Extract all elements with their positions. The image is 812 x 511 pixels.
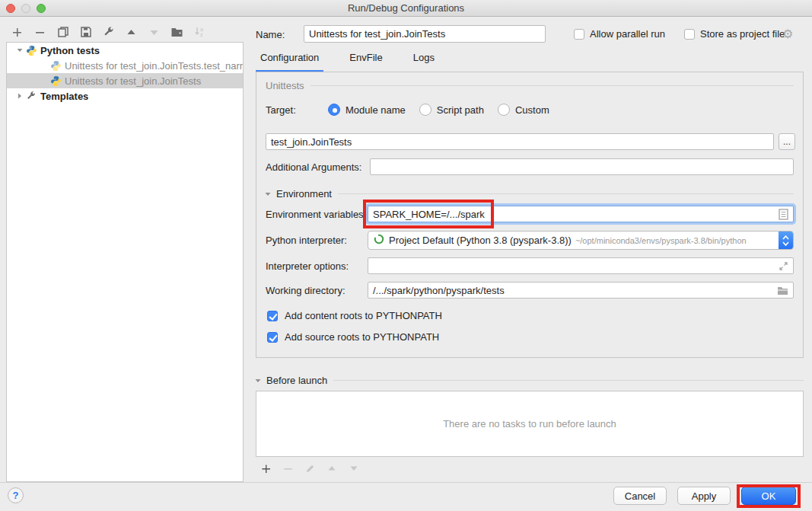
tree-item-python-tests[interactable]: Python tests (7, 43, 243, 58)
config-tabs: Configuration EnvFile Logs (256, 47, 439, 72)
python-tests-icon (25, 44, 37, 56)
allow-parallel-run-label: Allow parallel run (590, 28, 665, 40)
select-stepper-icon[interactable] (779, 231, 793, 250)
name-label: Name: (256, 29, 285, 40)
radio-module-name[interactable]: Module name (328, 104, 406, 116)
working-directory-label: Working directory: (266, 285, 345, 296)
chevron-right-icon[interactable] (14, 92, 25, 100)
browse-module-button[interactable]: ... (779, 133, 795, 150)
working-directory-input[interactable]: /.../spark/python/pyspark/tests (368, 282, 794, 299)
target-row: Target: Module name Script path Custom (266, 104, 563, 116)
gear-icon[interactable]: ⚙ (782, 27, 793, 41)
add-task-icon[interactable] (260, 463, 271, 474)
section-divider (338, 193, 794, 194)
env-vars-editor-icon[interactable] (779, 209, 788, 220)
chevron-down-icon[interactable] (14, 46, 25, 54)
unittests-section-header: Unittests (266, 80, 794, 91)
before-launch-title: Before launch (266, 375, 327, 386)
add-content-roots-label: Add content roots to PYTHONPATH (285, 310, 442, 321)
move-down-icon (148, 26, 161, 39)
tree-item-label: Unittests for test_join.JoinTests.test_n… (65, 60, 243, 72)
sort-configurations-icon: az (193, 26, 206, 39)
python-config-icon (49, 75, 62, 87)
edit-task-icon (304, 463, 315, 474)
section-divider (310, 85, 794, 86)
radio-custom-label: Custom (515, 104, 549, 116)
before-launch-empty-message: There are no tasks to run before launch (443, 418, 616, 430)
cancel-button[interactable]: Cancel (613, 487, 667, 505)
module-name-value: test_join.JoinTests (271, 136, 352, 148)
target-label: Target: (266, 104, 328, 116)
folder-icon[interactable] (777, 286, 788, 295)
save-configuration-icon[interactable] (79, 26, 92, 39)
store-as-project-file-checkbox[interactable]: Store as project file (684, 28, 785, 40)
store-as-project-file-label: Store as project file (700, 28, 785, 40)
checkbox-checked-icon[interactable] (267, 332, 278, 343)
environment-section-title: Environment (276, 188, 332, 200)
chevron-down-icon[interactable] (254, 377, 262, 385)
radio-unselected-icon[interactable] (498, 104, 510, 116)
before-launch-task-list: There are no tasks to run before launch (256, 391, 804, 457)
interpreter-options-input[interactable] (368, 257, 794, 274)
expand-field-icon[interactable] (779, 261, 788, 271)
radio-custom[interactable]: Custom (498, 104, 549, 116)
module-name-input[interactable]: test_join.JoinTests (266, 133, 774, 150)
templates-wrench-icon (25, 90, 37, 102)
name-input[interactable]: Unittests for test_join.JoinTests (304, 25, 546, 43)
additional-arguments-label: Additional Arguments: (266, 161, 361, 173)
configurations-toolbar: az (11, 24, 206, 40)
environment-variables-value: SPARK_HOME=/.../spark (373, 209, 485, 220)
radio-unselected-icon[interactable] (419, 104, 431, 116)
help-button[interactable]: ? (8, 487, 24, 503)
move-up-icon[interactable] (125, 26, 138, 39)
environment-variables-input[interactable]: SPARK_HOME=/.../spark (368, 206, 794, 222)
checkbox-unchecked-icon[interactable] (684, 29, 695, 40)
tab-logs[interactable]: Logs (409, 47, 439, 72)
name-value: Unittests for test_join.JoinTests (309, 28, 445, 40)
footer-divider (0, 482, 812, 483)
run-debug-configurations-dialog: Run/Debug Configurations az (0, 0, 812, 511)
conda-env-icon (374, 234, 384, 247)
radio-module-name-label: Module name (345, 104, 406, 116)
configuration-panel: Unittests Target: Module name Script pat… (256, 72, 804, 358)
tree-item-templates[interactable]: Templates (7, 88, 243, 104)
add-configuration-icon[interactable] (11, 26, 24, 39)
tab-configuration[interactable]: Configuration (256, 47, 323, 72)
environment-variables-label: Environment variables: (266, 209, 366, 220)
svg-text:z: z (200, 32, 203, 37)
tab-envfile[interactable]: EnvFile (345, 47, 387, 72)
environment-section-header[interactable]: Environment (264, 188, 794, 200)
new-folder-icon[interactable] (170, 26, 183, 39)
ok-button[interactable]: OK (741, 487, 796, 505)
apply-button[interactable]: Apply (677, 487, 731, 505)
copy-configuration-icon[interactable] (56, 26, 69, 39)
allow-parallel-run-checkbox[interactable]: Allow parallel run (574, 28, 665, 40)
radio-selected-icon[interactable] (328, 104, 340, 116)
before-launch-section-header[interactable]: Before launch (254, 375, 804, 386)
checkbox-checked-icon[interactable] (267, 311, 278, 321)
interpreter-name: Project Default (Python 3.8 (pyspark-3.8… (389, 235, 572, 246)
interpreter-path: ~/opt/miniconda3/envs/pyspark-3.8/bin/py… (575, 236, 779, 245)
additional-arguments-input[interactable] (370, 158, 794, 175)
window-title: Run/Debug Configurations (0, 2, 812, 14)
title-bar: Run/Debug Configurations (0, 0, 812, 17)
tree-item-unittests-test-narrow[interactable]: Unittests for test_join.JoinTests.test_n… (7, 58, 243, 73)
add-content-roots-checkbox[interactable]: Add content roots to PYTHONPATH (267, 310, 442, 321)
checkbox-unchecked-icon[interactable] (574, 29, 584, 40)
edit-templates-icon[interactable] (102, 26, 115, 39)
tree-item-unittests-jointests[interactable]: Unittests for test_join.JoinTests (7, 73, 243, 88)
chevron-down-icon[interactable] (264, 190, 272, 198)
tree-item-label: Unittests for test_join.JoinTests (65, 75, 201, 87)
tree-item-label: Python tests (40, 45, 100, 56)
python-config-icon (49, 59, 62, 72)
radio-script-path[interactable]: Script path (419, 104, 484, 116)
python-interpreter-select[interactable]: Project Default (Python 3.8 (pyspark-3.8… (368, 231, 794, 250)
configurations-tree: Python tests Unittests for test_join.Joi… (6, 42, 244, 482)
before-launch-toolbar (260, 463, 359, 474)
add-source-roots-checkbox[interactable]: Add source roots to PYTHONPATH (267, 331, 439, 343)
section-divider (333, 380, 804, 381)
remove-task-icon (282, 463, 293, 474)
working-directory-value: /.../spark/python/pyspark/tests (373, 285, 505, 296)
remove-configuration-icon[interactable] (33, 26, 46, 39)
move-task-down-icon (349, 463, 359, 474)
